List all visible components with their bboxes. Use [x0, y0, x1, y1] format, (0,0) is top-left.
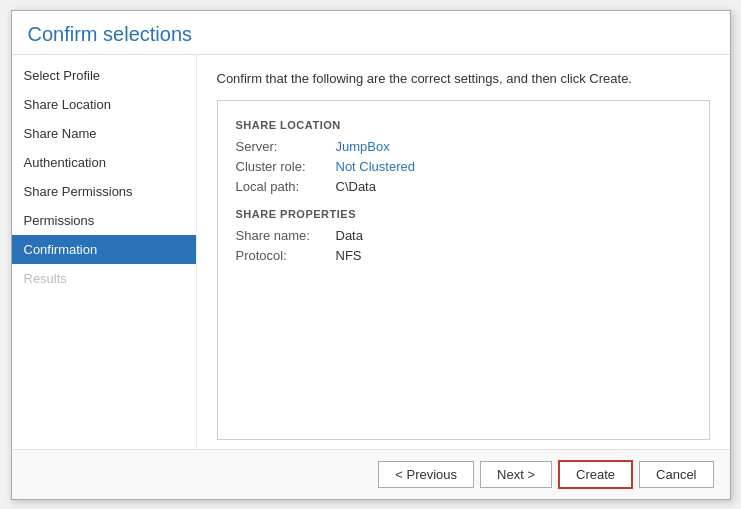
main-content: Confirm that the following are the corre…: [197, 55, 730, 449]
section-gap: SHARE PROPERTIES Share name: Data Protoc…: [236, 208, 691, 263]
cluster-role-row: Cluster role: Not Clustered: [236, 159, 691, 174]
share-properties-section-title: SHARE PROPERTIES: [236, 208, 691, 220]
local-path-value: C\Data: [336, 179, 376, 194]
server-row: Server: JumpBox: [236, 139, 691, 154]
cluster-role-value: Not Clustered: [336, 159, 415, 174]
sidebar-item-share-location[interactable]: Share Location: [12, 90, 196, 119]
dialog-header: Confirm selections: [12, 11, 730, 55]
share-name-value: Data: [336, 228, 363, 243]
sidebar-item-authentication[interactable]: Authentication: [12, 148, 196, 177]
local-path-label: Local path:: [236, 179, 336, 194]
instruction-text: Confirm that the following are the corre…: [217, 71, 710, 86]
dialog-body: Select ProfileShare LocationShare NameAu…: [12, 55, 730, 449]
dialog-title: Confirm selections: [28, 23, 714, 46]
dialog: Confirm selections Select ProfileShare L…: [11, 10, 731, 500]
cancel-button[interactable]: Cancel: [639, 461, 713, 488]
share-name-label: Share name:: [236, 228, 336, 243]
sidebar-item-results: Results: [12, 264, 196, 293]
next-button[interactable]: Next >: [480, 461, 552, 488]
previous-button[interactable]: < Previous: [378, 461, 474, 488]
protocol-row: Protocol: NFS: [236, 248, 691, 263]
sidebar-item-confirmation[interactable]: Confirmation: [12, 235, 196, 264]
confirmation-box: SHARE LOCATION Server: JumpBox Cluster r…: [217, 100, 710, 440]
sidebar-item-share-permissions[interactable]: Share Permissions: [12, 177, 196, 206]
create-button[interactable]: Create: [558, 460, 633, 489]
local-path-row: Local path: C\Data: [236, 179, 691, 194]
sidebar-item-share-name[interactable]: Share Name: [12, 119, 196, 148]
server-label: Server:: [236, 139, 336, 154]
server-value: JumpBox: [336, 139, 390, 154]
cluster-role-label: Cluster role:: [236, 159, 336, 174]
sidebar-item-permissions[interactable]: Permissions: [12, 206, 196, 235]
protocol-label: Protocol:: [236, 248, 336, 263]
share-location-section-title: SHARE LOCATION: [236, 119, 691, 131]
dialog-footer: < Previous Next > Create Cancel: [12, 449, 730, 499]
protocol-value: NFS: [336, 248, 362, 263]
sidebar: Select ProfileShare LocationShare NameAu…: [12, 55, 197, 449]
share-name-row: Share name: Data: [236, 228, 691, 243]
sidebar-item-select-profile[interactable]: Select Profile: [12, 61, 196, 90]
